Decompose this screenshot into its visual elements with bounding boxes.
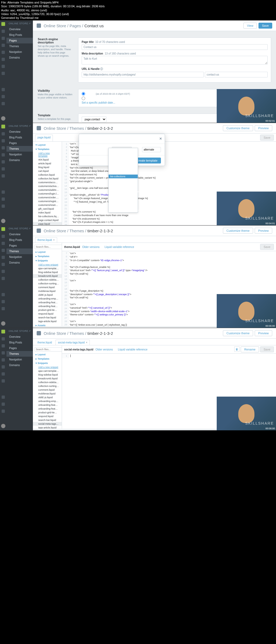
sidebar-item-pages[interactable]: Pages [6,243,33,248]
sidebar-item-themes[interactable]: Themes [6,248,33,254]
sidebar-item-pages[interactable]: Pages [6,140,33,146]
view-button[interactable]: View [243,23,257,29]
dropdown-option[interactable]: customers/login [109,197,138,201]
apps-icon[interactable] [2,300,5,303]
folder-assets[interactable]: Assets [33,323,62,326]
file-item[interactable]: blog-sidebar.liquid [33,270,62,274]
rename-button[interactable]: Rename [241,346,259,352]
preview-button[interactable]: Preview [255,125,272,131]
sidebar-item-blog-posts[interactable]: Blog Posts [6,32,33,38]
reports-icon[interactable] [2,372,5,376]
apps-icon[interactable] [2,403,5,406]
file-item[interactable]: customers/login.liquid [33,192,62,196]
folder-templates[interactable]: Templates [33,357,62,361]
file-item[interactable]: onboarding-featured-p... [33,407,62,411]
save-button[interactable]: Save [260,346,274,352]
file-item[interactable]: onboarding-featured-c... [33,403,62,407]
avatar-icon[interactable] [1,321,5,326]
dropdown-option[interactable]: collection [109,159,138,163]
discounts-icon[interactable] [2,174,5,178]
file-item[interactable]: comment.liquid [33,285,62,289]
avatar-icon[interactable] [1,424,5,428]
file-item[interactable]: search-bar.liquid [33,316,62,319]
sidebar-item-blog-posts[interactable]: Blog Posts [6,340,33,345]
file-item[interactable]: customers/reset_pass... [33,203,62,207]
sidebar-item-overview[interactable]: Overview [6,129,33,135]
dropdown-option[interactable]: gift_card [109,163,138,167]
file-item[interactable]: index.liquid [33,211,62,214]
sidebar-item-navigation[interactable]: Navigation [6,49,33,55]
discounts-icon[interactable] [2,72,5,75]
shopify-logo-icon[interactable] [1,125,5,128]
dropdown-option[interactable]: article [109,148,138,152]
sidebar-item-blog-posts[interactable]: Blog Posts [6,237,33,243]
sidebar-item-domains[interactable]: Domains [6,260,33,265]
file-item[interactable]: collection-sidebar.liqui... [33,380,62,384]
file-item[interactable]: blog-sidebar.liquid [33,373,62,377]
products-icon[interactable] [2,358,5,362]
apps-icon[interactable] [2,95,5,98]
close-icon[interactable]: ✕ [159,137,162,141]
orders-icon[interactable] [2,351,5,355]
shopify-logo-icon[interactable] [1,227,5,231]
file-item[interactable]: onboarding-featured-c... [33,301,62,304]
older-versions-link[interactable]: Older versions [95,348,113,351]
apps-icon[interactable] [2,197,5,201]
reports-icon[interactable] [2,270,5,273]
file-item[interactable]: customers/account.liquid [33,180,62,184]
online-store-icon[interactable] [2,396,5,399]
external-icon[interactable]: ↗ [29,125,31,127]
folder-layout[interactable]: Layout [33,250,62,254]
tab-theme-liquid[interactable]: theme.liquid [35,340,54,345]
customers-icon[interactable] [2,58,5,61]
external-icon[interactable]: ↗ [29,330,31,332]
help-icon[interactable]: ⓘ [100,67,103,70]
file-item[interactable]: breadcrumb.liquid [33,274,62,278]
sidebar-item-themes[interactable]: Themes [6,146,33,152]
file-item[interactable]: collection-sorting.liquid [33,384,62,388]
tab-theme-liquid[interactable]: theme.liquid× [35,237,57,243]
add-snippet-link[interactable]: Add a new snippet [33,365,62,369]
dropdown-option[interactable]: customers/activate_account [109,190,138,193]
sidebar-item-navigation[interactable]: Navigation [6,152,33,157]
external-icon[interactable]: ↗ [29,22,31,25]
settings-icon[interactable] [2,205,5,208]
file-item[interactable]: oldIE-js.liquid [33,396,62,399]
shopify-logo-icon[interactable] [1,330,5,333]
folder-templates[interactable]: Templates [33,147,62,151]
code-content[interactable] [68,354,276,358]
sidebar-item-overview[interactable]: Overview [6,334,33,340]
settings-icon[interactable] [2,102,5,105]
file-item[interactable]: collection.list.liquid [33,177,62,180]
close-icon[interactable]: × [53,238,55,241]
template-type-dropdown[interactable]: articleblogcartcollectiongift_cardindexp… [108,148,138,213]
close-icon[interactable]: × [86,341,87,344]
folder-layout[interactable]: Layout [33,143,62,147]
file-item[interactable]: onboarding-featured-p... [33,304,62,308]
reports-icon[interactable] [2,167,5,171]
file-item[interactable]: collection-sorting.liquid [33,282,62,285]
external-icon[interactable]: ↗ [29,227,31,230]
file-item[interactable]: article.liquid [33,162,62,165]
online-store-icon[interactable] [2,293,5,296]
search-icon[interactable] [2,337,5,340]
file-item[interactable]: customers/addresses.l... [33,188,62,192]
dropdown-option[interactable]: customers/reset_password [109,209,138,212]
back-icon[interactable] [37,126,41,130]
home-icon[interactable] [2,139,5,142]
sidebar-item-domains[interactable]: Domains [6,157,33,163]
publish-date-link[interactable]: Set a specific publish date... [82,101,115,104]
folder-snippets[interactable]: Snippets [33,361,62,365]
delete-button[interactable]: 🗑 [234,346,240,352]
save-button[interactable]: Save [260,135,274,141]
dropdown-option[interactable]: customers/order [109,201,138,205]
customers-icon[interactable] [2,160,5,163]
sidebar-item-overview[interactable]: Overview [6,231,33,237]
template-name-input[interactable] [142,147,161,152]
file-item[interactable]: comment.liquid [33,388,62,392]
search-icon[interactable] [2,235,5,238]
dropdown-option[interactable]: list-collections [109,175,138,178]
products-icon[interactable] [2,51,5,54]
orders-icon[interactable] [2,146,5,149]
hidden-radio[interactable] [82,97,85,100]
